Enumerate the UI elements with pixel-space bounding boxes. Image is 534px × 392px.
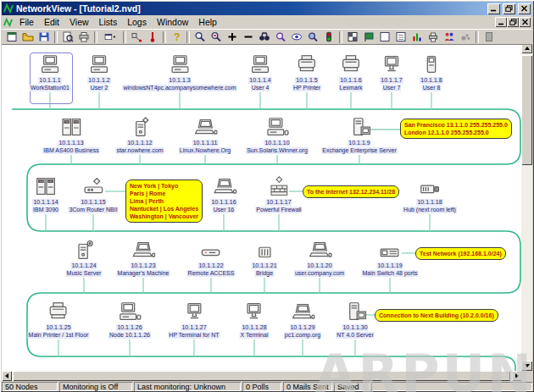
callout-san-francisco-london[interactable]: San Francisco 13.1.1.0 255.255.255.0 Lon… <box>400 119 512 139</box>
window-select-button[interactable] <box>100 30 120 43</box>
node-lexmark[interactable]: 10.1.1.6Lexmark <box>338 54 364 91</box>
address-list-button[interactable] <box>393 30 409 43</box>
child-minimize-button[interactable] <box>495 17 507 27</box>
laptop-icon <box>211 176 236 198</box>
node-ibm-3090[interactable]: 10.1.1.14IBM 3090 <box>32 176 59 213</box>
node-pc1-comp[interactable]: 10.1.1.29pc1.comp.org <box>284 301 321 339</box>
callout-cities[interactable]: New York | Tokyo Paris | Rome Lima | Per… <box>125 179 203 223</box>
threshold-button[interactable] <box>145 30 160 43</box>
menu-file[interactable]: File <box>14 16 39 28</box>
close-button[interactable] <box>518 3 531 14</box>
node-main-switch[interactable]: 10.1.1.19Main Switch 48 ports <box>362 240 419 277</box>
node-remote-access[interactable]: 10.1.1.22Remote ACCESS <box>187 240 236 277</box>
zoom-reset-button[interactable] <box>305 30 320 43</box>
child-close-button[interactable] <box>519 17 531 27</box>
callout-next-building[interactable]: Connection to Next Building (10.2.0.0/16… <box>375 309 498 322</box>
node-managers-machine[interactable]: 10.1.1.23Manager's Machine <box>117 240 170 277</box>
horizontal-scrollbar[interactable] <box>2 371 522 381</box>
node-ip: 10.1.1.8 <box>420 77 442 84</box>
open-button[interactable] <box>20 30 36 43</box>
callout-test-network[interactable]: Test Network (192.168.1.0/24) <box>415 247 506 260</box>
menu-lists[interactable]: Lists <box>94 16 123 28</box>
menu-view[interactable]: View <box>64 16 94 28</box>
node-tool-button[interactable] <box>129 30 144 43</box>
statistics-button[interactable] <box>409 30 425 43</box>
minimize-button[interactable] <box>487 3 500 14</box>
child-restore-button[interactable] <box>507 17 519 27</box>
map-canvas[interactable]: 10.1.1.1WorkStation01 10.1.1.2User 2 10.… <box>2 43 522 372</box>
node-hp-printer[interactable]: 10.1.1.5HP Printer <box>292 54 321 91</box>
node-3com-router[interactable]: 10.1.1.153Com Router NBII <box>68 176 118 213</box>
node-10-1-1-26[interactable]: 10.1.1.26Node 10.1.1.26 <box>108 301 151 339</box>
node-user4[interactable]: 10.1.1.4User 4 <box>248 54 273 91</box>
find-button[interactable] <box>257 30 272 43</box>
node-label: X Terminal <box>240 332 270 339</box>
node-list-button[interactable] <box>377 30 392 43</box>
node-firewall[interactable]: 10.1.1.17Powerful Firewall <box>255 176 302 213</box>
node-hub[interactable]: 10.1.1.18Hub (next room left) <box>403 176 457 213</box>
title-bar: NetworkView - [Tutorial2.nvd] <box>2 2 532 15</box>
node-windowsnt4pc[interactable]: 10.1.1.3windowsNT4pc.acompanysomewhere.c… <box>122 54 236 91</box>
callout-line: New York | Tokyo <box>130 182 198 190</box>
menu-help[interactable]: Help <box>193 16 222 28</box>
node-user2[interactable]: 10.1.1.2User 2 <box>86 54 112 91</box>
node-nt4-server[interactable]: 10.1.1.30NT 4.0 Server <box>336 301 374 339</box>
down-arrow-icon <box>525 364 530 367</box>
vertical-scrollbar[interactable] <box>521 43 532 371</box>
callout-internet[interactable]: To the Internet 132.12.234.11/28 <box>303 185 399 198</box>
node-user-company[interactable]: 10.1.1.20user.company.com <box>294 240 345 277</box>
zoom-reset-icon <box>307 31 319 42</box>
box-icon <box>483 31 495 42</box>
new-button[interactable] <box>4 30 19 43</box>
zoom-plus-button[interactable] <box>225 30 240 43</box>
zoom-in-button[interactable] <box>192 30 208 43</box>
callout-line: London 12.1.1.0 255.255.255.0 <box>404 129 508 136</box>
node-user7[interactable]: 10.1.1.7User 7 <box>379 54 404 91</box>
inactive-tool-button[interactable] <box>481 30 497 43</box>
node-main-printer[interactable]: 10.1.1.25Main Printer / 1st Floor <box>28 301 90 339</box>
scroll-down-button[interactable] <box>521 361 532 371</box>
print-list-button[interactable] <box>426 30 441 43</box>
print-button[interactable] <box>76 30 92 43</box>
node-ip: 10.1.1.10 <box>264 140 290 146</box>
status-saved: Saved <box>334 382 370 391</box>
node-x-terminal[interactable]: 10.1.1.28X Terminal <box>240 301 270 339</box>
node-label: Lexmark <box>339 85 364 91</box>
node-bridge[interactable]: 10.1.1.21Bridge <box>251 240 277 277</box>
menu-edit[interactable]: Edit <box>39 16 64 28</box>
node-ibm-as400[interactable]: 10.1.1.13IBM AS400 Business <box>42 117 99 154</box>
flag-list-button[interactable] <box>361 30 376 43</box>
misc-tool-button[interactable] <box>458 30 473 43</box>
callout-line: Nantucket | Los Angeles <box>130 205 198 213</box>
node-ip: 10.1.1.24 <box>70 262 97 269</box>
map-list-button[interactable] <box>345 30 360 43</box>
menu-logs[interactable]: Logs <box>122 16 152 28</box>
node-user16[interactable]: 10.1.1.16User 16 <box>210 176 236 213</box>
restore-button[interactable] <box>503 3 515 14</box>
node-linux-nowhere[interactable]: 10.1.1.11Linux.Nowhere.Org <box>179 117 231 154</box>
save-button[interactable] <box>36 30 52 43</box>
help-button[interactable]: ? <box>169 30 184 43</box>
menu-window[interactable]: Window <box>152 16 193 28</box>
zoom-minus-button[interactable] <box>241 30 256 43</box>
callout-line: Connection to Next Building (10.2.0.0/16… <box>379 312 494 319</box>
vertical-scroll-thumb[interactable] <box>521 55 532 165</box>
preview-button[interactable] <box>60 30 75 43</box>
node-music-server[interactable]: 10.1.1.24Music Server <box>66 240 103 277</box>
users-button[interactable] <box>442 30 457 43</box>
node-hp-terminal[interactable]: 10.1.1.27HP Terminal for NT <box>168 301 220 339</box>
view-all-button[interactable] <box>289 30 304 43</box>
server-tower-icon <box>71 240 97 262</box>
node-user8[interactable]: 10.1.1.8User 8 <box>419 54 444 91</box>
mainframe-icon <box>33 176 58 198</box>
zoom-out-button[interactable] <box>209 30 224 43</box>
horizontal-scroll-thumb[interactable] <box>13 371 510 381</box>
node-exchange-server[interactable]: 10.1.1.9Exchange Enterprise Server <box>321 117 398 154</box>
monitoring-toggle-button[interactable] <box>321 30 337 43</box>
printer-icon <box>46 301 71 323</box>
magnify-map-button[interactable] <box>273 30 288 43</box>
scroll-left-button[interactable] <box>2 371 12 381</box>
node-sun-solaris[interactable]: 10.1.1.10Sun.Solaris.Winner.org <box>246 117 309 154</box>
node-workstation01[interactable]: 10.1.1.1WorkStation01 <box>30 54 70 91</box>
node-star-nowhere[interactable]: 10.1.1.12star.nowhere.com <box>115 117 164 154</box>
